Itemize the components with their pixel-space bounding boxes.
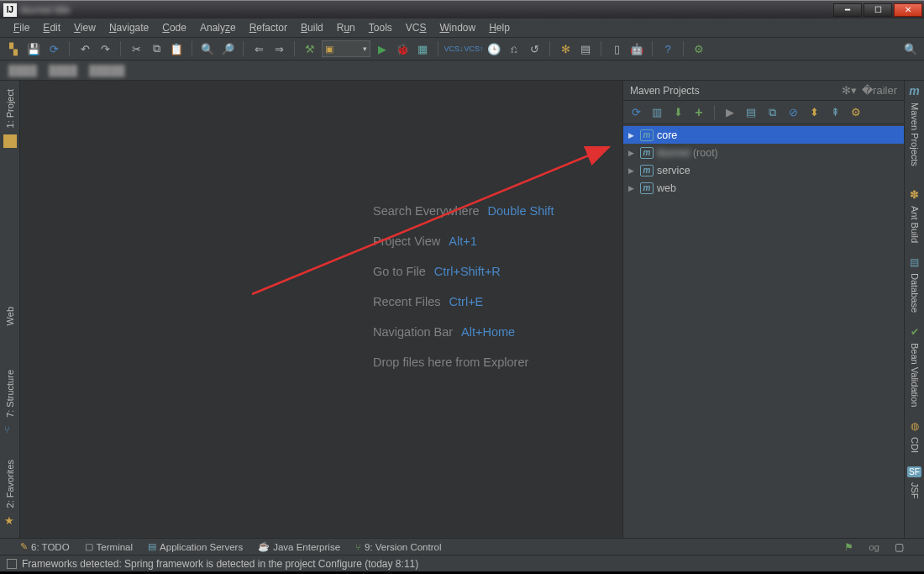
maven-toolbar: ⟳ ▥ ⬇ + ▶ ▤ ⧉ ⊘ ⬍ ⇞ ⚙	[623, 101, 904, 124]
reimport-icon[interactable]: ⟳	[628, 105, 643, 120]
maximize-button[interactable]: ☐	[864, 3, 892, 17]
build-icon[interactable]: ⚒	[302, 40, 318, 57]
maven-module-icon: m	[640, 165, 654, 176]
maven-tree[interactable]: ▶ m core ▶ m blurred (root) ▶ m service …	[623, 124, 904, 538]
menu-view[interactable]: View	[67, 20, 102, 35]
maven-module-service[interactable]: ▶ m service	[623, 161, 904, 179]
maven-module-core[interactable]: ▶ m core	[623, 126, 904, 144]
coverage-icon[interactable]: ▦	[414, 40, 431, 57]
tab-cdi[interactable]: CDI	[908, 432, 921, 458]
tip-search-everywhere: Search EverywhereDouble Shift	[373, 204, 554, 218]
tip-navigation-bar: Navigation BarAlt+Home	[373, 325, 554, 339]
vcs-commit-icon[interactable]: VCS↑	[465, 40, 482, 57]
show-deps-icon[interactable]: ⬍	[806, 105, 822, 120]
tab-todo[interactable]: ✎6: TODO	[20, 541, 70, 552]
back-icon[interactable]: ⇐	[250, 40, 267, 57]
menu-code[interactable]: Code	[155, 20, 193, 35]
cut-icon[interactable]: ✂	[128, 40, 144, 57]
navigation-bar[interactable]: █████████████	[0, 61, 924, 81]
replace-icon[interactable]: 🔎	[219, 40, 236, 57]
menu-edit[interactable]: Edit	[36, 20, 67, 35]
tab-structure[interactable]: 7: Structure	[3, 365, 17, 423]
forward-icon[interactable]: ⇒	[270, 40, 287, 57]
tab-jsf[interactable]: JSF	[908, 477, 921, 504]
sdk-icon[interactable]: ▯	[608, 40, 625, 57]
revert-icon[interactable]: ↺	[526, 40, 543, 57]
tab-favorites[interactable]: 2: Favorites	[3, 455, 17, 513]
module-label-blurred: blurred	[657, 147, 690, 159]
tab-project[interactable]: 1: Project	[3, 84, 17, 133]
help-icon[interactable]: ?	[659, 40, 676, 57]
cdi-icon: ◍	[911, 420, 919, 432]
tab-java-ee[interactable]: ☕Java Enterprise	[258, 541, 340, 552]
toggle-offline-icon[interactable]: ⧉	[764, 105, 780, 120]
maven-panel-title: Maven Projects	[630, 85, 700, 97]
close-button[interactable]: ✕	[894, 3, 922, 17]
tab-database[interactable]: Database	[908, 268, 921, 318]
redo-icon[interactable]: ↷	[97, 40, 113, 57]
bean-icon: ✔	[911, 326, 919, 338]
tip-project-view: Project ViewAlt+1	[373, 234, 554, 248]
tab-ant-build[interactable]: Ant Build	[908, 201, 921, 248]
diff-icon[interactable]: ⎌	[506, 40, 522, 57]
expand-arrow-icon[interactable]: ▶	[628, 131, 637, 140]
menu-window[interactable]: Window	[433, 20, 482, 35]
copy-icon[interactable]: ⧉	[148, 40, 165, 57]
watches-icon[interactable]: ▢	[895, 541, 904, 553]
project-icon	[3, 134, 17, 148]
debug-icon[interactable]: 🐞	[394, 40, 411, 57]
android-icon[interactable]: 🤖	[628, 40, 645, 57]
editor-empty-area[interactable]: Search EverywhereDouble Shift Project Vi…	[20, 81, 622, 538]
menu-navigate[interactable]: Navigate	[102, 20, 155, 35]
execute-goal-icon[interactable]: ▤	[743, 105, 759, 120]
processes-icon[interactable]: ⚑	[844, 541, 853, 553]
tab-bean-validation[interactable]: Bean Validation	[908, 338, 921, 412]
run-maven-icon[interactable]: ▶	[722, 105, 738, 120]
menu-help[interactable]: Help	[482, 20, 517, 35]
tab-terminal[interactable]: ▢Terminal	[85, 541, 133, 552]
tab-maven-projects[interactable]: Maven Projects	[908, 97, 921, 171]
download-icon[interactable]: ⬇	[670, 105, 685, 120]
vcs-update-icon[interactable]: VCS↓	[445, 40, 462, 57]
find-icon[interactable]: 🔍	[199, 40, 216, 57]
open-icon[interactable]: ▝▖	[5, 40, 22, 57]
menu-vcs[interactable]: VCS	[399, 20, 433, 35]
paste-icon[interactable]: 📋	[168, 40, 185, 57]
menu-refactor[interactable]: Refactor	[243, 20, 294, 35]
expand-arrow-icon[interactable]: ▶	[628, 166, 637, 175]
expand-arrow-icon[interactable]: ▶	[628, 149, 637, 157]
maven-module-web[interactable]: ▶ m web	[623, 179, 904, 197]
restapi-icon[interactable]: ⚙	[690, 40, 707, 57]
history-icon[interactable]: 🕒	[486, 40, 502, 57]
menu-analyze[interactable]: Analyze	[193, 20, 243, 35]
tab-web[interactable]: Web	[3, 302, 17, 330]
generate-sources-icon[interactable]: ▥	[649, 105, 664, 120]
search-everywhere-icon[interactable]: 🔍	[902, 40, 919, 57]
settings-icon[interactable]: ✻	[557, 40, 574, 57]
run-icon[interactable]: ▶	[374, 40, 391, 57]
right-tool-strip: m Maven Projects ✽ Ant Build ▤ Database …	[904, 81, 924, 538]
maven-settings-icon[interactable]: ⚙	[848, 105, 864, 120]
status-checkbox[interactable]	[7, 559, 17, 569]
hide-icon[interactable]: �railer	[862, 84, 897, 97]
maven-panel-header[interactable]: Maven Projects ✻▾ �railer	[623, 81, 904, 101]
maven-module-root[interactable]: ▶ m blurred (root)	[623, 144, 904, 161]
sync-icon[interactable]: ⟳	[45, 40, 62, 57]
menu-build[interactable]: Build	[294, 20, 330, 35]
expand-arrow-icon[interactable]: ▶	[628, 184, 637, 192]
tab-app-servers[interactable]: ▤Application Servers	[148, 541, 243, 552]
menu-file[interactable]: File	[7, 20, 36, 35]
menu-tools[interactable]: Tools	[362, 20, 399, 35]
tab-version-control[interactable]: ⑂9: Version Control	[355, 542, 441, 552]
menu-run[interactable]: Run	[330, 20, 362, 35]
module-label: web	[657, 182, 676, 194]
undo-icon[interactable]: ↶	[76, 40, 93, 57]
add-maven-icon[interactable]: +	[691, 105, 706, 120]
minimize-button[interactable]: ━	[833, 3, 862, 17]
save-all-icon[interactable]: 💾	[25, 40, 42, 57]
skip-tests-icon[interactable]: ⊘	[785, 105, 801, 120]
gear-icon[interactable]: ✻▾	[842, 84, 857, 97]
run-config-combo[interactable]: ▣▾	[322, 40, 370, 57]
collapse-icon[interactable]: ⇞	[827, 105, 843, 120]
project-structure-icon[interactable]: ▤	[577, 40, 594, 57]
